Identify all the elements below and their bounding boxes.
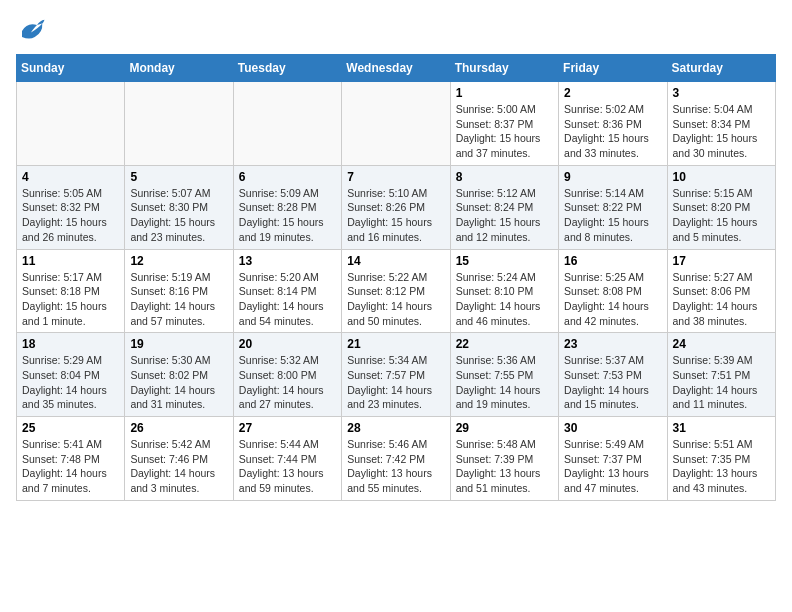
- cell-day-number: 22: [456, 337, 553, 351]
- cell-day-number: 2: [564, 86, 661, 100]
- cell-day-number: 27: [239, 421, 336, 435]
- cell-day-info: Sunrise: 5:37 AM Sunset: 7:53 PM Dayligh…: [564, 353, 661, 412]
- cell-day-info: Sunrise: 5:07 AM Sunset: 8:30 PM Dayligh…: [130, 186, 227, 245]
- calendar-table: SundayMondayTuesdayWednesdayThursdayFrid…: [16, 54, 776, 501]
- cell-day-info: Sunrise: 5:25 AM Sunset: 8:08 PM Dayligh…: [564, 270, 661, 329]
- calendar-cell: 18Sunrise: 5:29 AM Sunset: 8:04 PM Dayli…: [17, 333, 125, 417]
- calendar-cell: 12Sunrise: 5:19 AM Sunset: 8:16 PM Dayli…: [125, 249, 233, 333]
- cell-day-number: 7: [347, 170, 444, 184]
- cell-day-info: Sunrise: 5:29 AM Sunset: 8:04 PM Dayligh…: [22, 353, 119, 412]
- cell-day-number: 6: [239, 170, 336, 184]
- weekday-header-row: SundayMondayTuesdayWednesdayThursdayFrid…: [17, 55, 776, 82]
- calendar-cell: 1Sunrise: 5:00 AM Sunset: 8:37 PM Daylig…: [450, 82, 558, 166]
- cell-day-info: Sunrise: 5:20 AM Sunset: 8:14 PM Dayligh…: [239, 270, 336, 329]
- cell-day-info: Sunrise: 5:04 AM Sunset: 8:34 PM Dayligh…: [673, 102, 770, 161]
- cell-day-number: 16: [564, 254, 661, 268]
- calendar-cell: 25Sunrise: 5:41 AM Sunset: 7:48 PM Dayli…: [17, 417, 125, 501]
- calendar-week-4: 18Sunrise: 5:29 AM Sunset: 8:04 PM Dayli…: [17, 333, 776, 417]
- calendar-cell: 27Sunrise: 5:44 AM Sunset: 7:44 PM Dayli…: [233, 417, 341, 501]
- cell-day-info: Sunrise: 5:17 AM Sunset: 8:18 PM Dayligh…: [22, 270, 119, 329]
- calendar-week-5: 25Sunrise: 5:41 AM Sunset: 7:48 PM Dayli…: [17, 417, 776, 501]
- calendar-week-3: 11Sunrise: 5:17 AM Sunset: 8:18 PM Dayli…: [17, 249, 776, 333]
- cell-day-info: Sunrise: 5:24 AM Sunset: 8:10 PM Dayligh…: [456, 270, 553, 329]
- cell-day-number: 17: [673, 254, 770, 268]
- cell-day-number: 13: [239, 254, 336, 268]
- cell-day-info: Sunrise: 5:05 AM Sunset: 8:32 PM Dayligh…: [22, 186, 119, 245]
- cell-day-info: Sunrise: 5:48 AM Sunset: 7:39 PM Dayligh…: [456, 437, 553, 496]
- cell-day-number: 10: [673, 170, 770, 184]
- cell-day-number: 15: [456, 254, 553, 268]
- cell-day-info: Sunrise: 5:10 AM Sunset: 8:26 PM Dayligh…: [347, 186, 444, 245]
- calendar-cell: 31Sunrise: 5:51 AM Sunset: 7:35 PM Dayli…: [667, 417, 775, 501]
- cell-day-number: 24: [673, 337, 770, 351]
- cell-day-number: 3: [673, 86, 770, 100]
- calendar-cell: 29Sunrise: 5:48 AM Sunset: 7:39 PM Dayli…: [450, 417, 558, 501]
- cell-day-info: Sunrise: 5:51 AM Sunset: 7:35 PM Dayligh…: [673, 437, 770, 496]
- calendar-cell: 30Sunrise: 5:49 AM Sunset: 7:37 PM Dayli…: [559, 417, 667, 501]
- calendar-cell: 9Sunrise: 5:14 AM Sunset: 8:22 PM Daylig…: [559, 165, 667, 249]
- cell-day-info: Sunrise: 5:14 AM Sunset: 8:22 PM Dayligh…: [564, 186, 661, 245]
- cell-day-number: 25: [22, 421, 119, 435]
- cell-day-number: 9: [564, 170, 661, 184]
- cell-day-info: Sunrise: 5:49 AM Sunset: 7:37 PM Dayligh…: [564, 437, 661, 496]
- logo: [16, 16, 50, 46]
- weekday-header-saturday: Saturday: [667, 55, 775, 82]
- calendar-cell: 21Sunrise: 5:34 AM Sunset: 7:57 PM Dayli…: [342, 333, 450, 417]
- calendar-cell: 19Sunrise: 5:30 AM Sunset: 8:02 PM Dayli…: [125, 333, 233, 417]
- calendar-cell: 7Sunrise: 5:10 AM Sunset: 8:26 PM Daylig…: [342, 165, 450, 249]
- calendar-cell: 14Sunrise: 5:22 AM Sunset: 8:12 PM Dayli…: [342, 249, 450, 333]
- cell-day-number: 4: [22, 170, 119, 184]
- calendar-cell: 10Sunrise: 5:15 AM Sunset: 8:20 PM Dayli…: [667, 165, 775, 249]
- calendar-cell: 5Sunrise: 5:07 AM Sunset: 8:30 PM Daylig…: [125, 165, 233, 249]
- cell-day-info: Sunrise: 5:22 AM Sunset: 8:12 PM Dayligh…: [347, 270, 444, 329]
- calendar-cell: [125, 82, 233, 166]
- cell-day-info: Sunrise: 5:02 AM Sunset: 8:36 PM Dayligh…: [564, 102, 661, 161]
- cell-day-number: 20: [239, 337, 336, 351]
- calendar-cell: 6Sunrise: 5:09 AM Sunset: 8:28 PM Daylig…: [233, 165, 341, 249]
- cell-day-info: Sunrise: 5:12 AM Sunset: 8:24 PM Dayligh…: [456, 186, 553, 245]
- calendar-week-2: 4Sunrise: 5:05 AM Sunset: 8:32 PM Daylig…: [17, 165, 776, 249]
- cell-day-info: Sunrise: 5:39 AM Sunset: 7:51 PM Dayligh…: [673, 353, 770, 412]
- calendar-cell: 3Sunrise: 5:04 AM Sunset: 8:34 PM Daylig…: [667, 82, 775, 166]
- page-header: [16, 16, 776, 46]
- cell-day-info: Sunrise: 5:09 AM Sunset: 8:28 PM Dayligh…: [239, 186, 336, 245]
- calendar-cell: 28Sunrise: 5:46 AM Sunset: 7:42 PM Dayli…: [342, 417, 450, 501]
- calendar-cell: 22Sunrise: 5:36 AM Sunset: 7:55 PM Dayli…: [450, 333, 558, 417]
- weekday-header-monday: Monday: [125, 55, 233, 82]
- calendar-cell: 11Sunrise: 5:17 AM Sunset: 8:18 PM Dayli…: [17, 249, 125, 333]
- calendar-week-1: 1Sunrise: 5:00 AM Sunset: 8:37 PM Daylig…: [17, 82, 776, 166]
- cell-day-number: 23: [564, 337, 661, 351]
- cell-day-number: 11: [22, 254, 119, 268]
- cell-day-number: 26: [130, 421, 227, 435]
- cell-day-number: 14: [347, 254, 444, 268]
- cell-day-number: 31: [673, 421, 770, 435]
- cell-day-info: Sunrise: 5:15 AM Sunset: 8:20 PM Dayligh…: [673, 186, 770, 245]
- calendar-cell: 15Sunrise: 5:24 AM Sunset: 8:10 PM Dayli…: [450, 249, 558, 333]
- cell-day-info: Sunrise: 5:46 AM Sunset: 7:42 PM Dayligh…: [347, 437, 444, 496]
- calendar-cell: [17, 82, 125, 166]
- calendar-cell: 4Sunrise: 5:05 AM Sunset: 8:32 PM Daylig…: [17, 165, 125, 249]
- cell-day-number: 21: [347, 337, 444, 351]
- cell-day-info: Sunrise: 5:27 AM Sunset: 8:06 PM Dayligh…: [673, 270, 770, 329]
- weekday-header-friday: Friday: [559, 55, 667, 82]
- cell-day-info: Sunrise: 5:44 AM Sunset: 7:44 PM Dayligh…: [239, 437, 336, 496]
- calendar-cell: 8Sunrise: 5:12 AM Sunset: 8:24 PM Daylig…: [450, 165, 558, 249]
- cell-day-info: Sunrise: 5:41 AM Sunset: 7:48 PM Dayligh…: [22, 437, 119, 496]
- cell-day-info: Sunrise: 5:00 AM Sunset: 8:37 PM Dayligh…: [456, 102, 553, 161]
- cell-day-number: 30: [564, 421, 661, 435]
- cell-day-info: Sunrise: 5:34 AM Sunset: 7:57 PM Dayligh…: [347, 353, 444, 412]
- cell-day-info: Sunrise: 5:42 AM Sunset: 7:46 PM Dayligh…: [130, 437, 227, 496]
- cell-day-number: 1: [456, 86, 553, 100]
- logo-icon: [16, 16, 46, 46]
- weekday-header-sunday: Sunday: [17, 55, 125, 82]
- calendar-cell: 17Sunrise: 5:27 AM Sunset: 8:06 PM Dayli…: [667, 249, 775, 333]
- cell-day-number: 12: [130, 254, 227, 268]
- calendar-cell: 20Sunrise: 5:32 AM Sunset: 8:00 PM Dayli…: [233, 333, 341, 417]
- cell-day-info: Sunrise: 5:32 AM Sunset: 8:00 PM Dayligh…: [239, 353, 336, 412]
- calendar-cell: [233, 82, 341, 166]
- cell-day-number: 29: [456, 421, 553, 435]
- calendar-cell: 26Sunrise: 5:42 AM Sunset: 7:46 PM Dayli…: [125, 417, 233, 501]
- weekday-header-thursday: Thursday: [450, 55, 558, 82]
- calendar-cell: 16Sunrise: 5:25 AM Sunset: 8:08 PM Dayli…: [559, 249, 667, 333]
- calendar-cell: 2Sunrise: 5:02 AM Sunset: 8:36 PM Daylig…: [559, 82, 667, 166]
